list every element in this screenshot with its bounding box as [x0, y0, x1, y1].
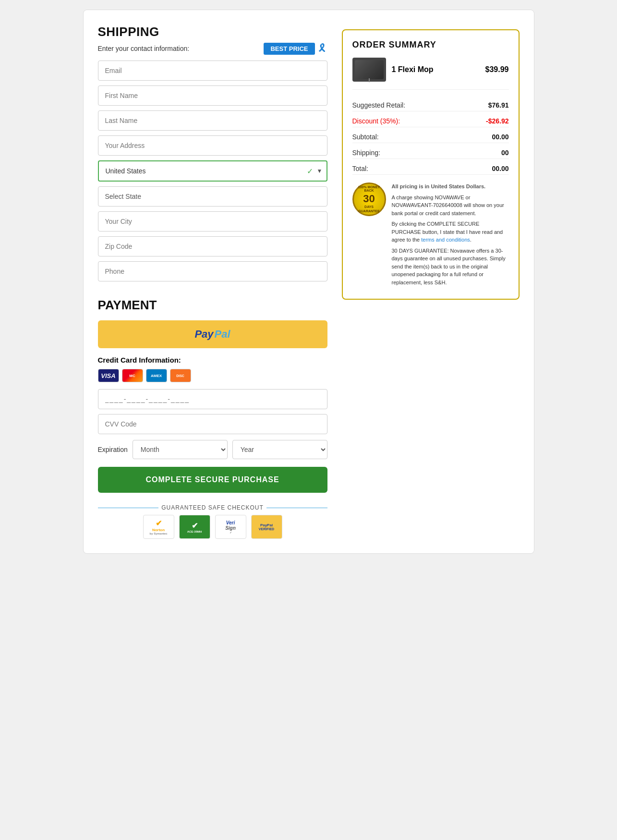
shipping-value: 00: [501, 149, 509, 157]
email-field[interactable]: [98, 61, 327, 81]
total-value: 00.00: [492, 165, 508, 172]
guarantee-top-text: 100% MONEY BACK: [354, 185, 385, 193]
suggested-retail-label: Suggested Retail:: [352, 101, 406, 109]
ribbon-icon: 🎗: [317, 42, 327, 55]
month-select[interactable]: Month JanuaryFebruaryMarch AprilMayJune …: [133, 440, 228, 459]
total-row: Total: 00.00: [352, 163, 509, 175]
safe-checkout-title: GUARANTEED SAFE CHECKOUT: [98, 504, 327, 511]
complete-purchase-button[interactable]: COMPLETE SECURE PURCHASE: [98, 467, 327, 493]
country-field-wrap: United States Canada United Kingdom Aust…: [98, 160, 327, 182]
usd-note: All pricing is in United States Dollars.: [392, 183, 509, 191]
card-icons-row: VISA MC AMEX DISC: [98, 369, 327, 382]
product-image-inner: [355, 60, 384, 79]
cvv-field[interactable]: [98, 414, 327, 434]
product-name: 1 Flexi Mop: [392, 65, 480, 74]
expiration-label: Expiration: [98, 446, 128, 453]
safe-checkout-section: GUARANTEED SAFE CHECKOUT ✔ Norton by Sym…: [98, 504, 327, 539]
subtotal-row: Subtotal: 00.00: [352, 131, 509, 143]
guarantee-badge: 100% MONEY BACK 30 DAYS GUARANTEE: [352, 183, 386, 216]
shipping-label: Shipping:: [352, 149, 380, 157]
paypal-verified-icon: PayPal VERIFIED: [251, 515, 282, 539]
city-field[interactable]: [98, 211, 327, 231]
mastercard-icon: MC: [122, 369, 143, 382]
discount-label: Discount (35%):: [352, 117, 400, 125]
visa-icon: VISA: [98, 369, 119, 382]
subtotal-value: 00.00: [492, 133, 508, 141]
shipping-row: Shipping: 00: [352, 147, 509, 159]
info-text-block: All pricing is in United States Dollars.…: [392, 183, 509, 289]
total-label: Total:: [352, 165, 368, 172]
charge-note: A charge showing NOVAWAVE or NOVAWAVEANT…: [392, 194, 509, 218]
state-select[interactable]: Select State AlabamaAlaskaArizona Arkans…: [98, 186, 327, 207]
contact-info-row: Enter your contact information: BEST PRI…: [98, 42, 327, 55]
payment-title: PAYMENT: [98, 298, 327, 313]
credit-card-label: Credit Card Information:: [98, 356, 327, 364]
product-image: [352, 58, 386, 82]
shipping-title: SHIPPING: [98, 24, 327, 39]
subtotal-label: Subtotal:: [352, 133, 379, 141]
left-column: SHIPPING Enter your contact information:…: [98, 24, 327, 539]
paypal-text-blue: Pay: [194, 328, 213, 341]
year-select[interactable]: Year 202420252026 202720282029 203020312…: [232, 440, 327, 459]
paypal-button[interactable]: PayPal: [98, 320, 327, 348]
expiration-row: Expiration Month JanuaryFebruaryMarch Ap…: [98, 440, 327, 459]
address-field[interactable]: [98, 135, 327, 156]
guarantee-note: 30 DAYS GUARANTEE: Novawave offers a 30-…: [392, 247, 509, 287]
right-column: ORDER SUMMARY 1 Flexi Mop $39.99 Suggest…: [342, 24, 520, 539]
terms-note: By clicking the COMPLETE SECURE PURCHASE…: [392, 220, 509, 244]
acm-icon: ✔ ACE-35MH: [179, 515, 210, 539]
paypal-text-light: Pal: [215, 328, 230, 341]
best-price-text: BEST PRICE: [270, 45, 308, 52]
product-row: 1 Flexi Mop $39.99: [352, 58, 509, 90]
verisign-icon: VeriSign✓: [215, 515, 246, 539]
order-summary-box: ORDER SUMMARY 1 Flexi Mop $39.99 Suggest…: [342, 29, 520, 300]
guarantee-days-label: DAYS: [364, 205, 374, 209]
suggested-retail-row: Suggested Retail: $76.91: [352, 99, 509, 111]
order-summary-title: ORDER SUMMARY: [352, 40, 509, 50]
terms-link[interactable]: terms and conditions: [421, 237, 470, 243]
guarantee-bottom-text: GUARANTEE: [358, 209, 379, 213]
discount-value: -$26.92: [486, 117, 508, 125]
usd-note-strong: All pricing is in United States Dollars.: [392, 183, 486, 189]
discover-icon: DISC: [170, 369, 191, 382]
first-name-field[interactable]: [98, 85, 327, 106]
page-container: SHIPPING Enter your contact information:…: [83, 10, 534, 554]
trust-icons-row: ✔ Norton by Symantec ✔ ACE-35MH VeriSign…: [98, 515, 327, 539]
best-price-badge: BEST PRICE: [264, 43, 315, 55]
contact-label: Enter your contact information:: [98, 45, 190, 52]
phone-field[interactable]: [98, 261, 327, 281]
amex-icon: AMEX: [146, 369, 167, 382]
info-section: 100% MONEY BACK 30 DAYS GUARANTEE All pr…: [352, 183, 509, 289]
terms-post: .: [470, 237, 472, 243]
last-name-field[interactable]: [98, 110, 327, 131]
product-price: $39.99: [485, 65, 509, 74]
zip-field[interactable]: [98, 236, 327, 256]
guarantee-days: 30: [363, 193, 375, 205]
country-select[interactable]: United States Canada United Kingdom Aust…: [98, 160, 327, 182]
norton-icon: ✔ Norton by Symantec: [143, 515, 174, 539]
card-number-field[interactable]: [98, 389, 327, 409]
discount-row: Discount (35%): -$26.92: [352, 115, 509, 127]
suggested-retail-value: $76.91: [488, 101, 509, 109]
